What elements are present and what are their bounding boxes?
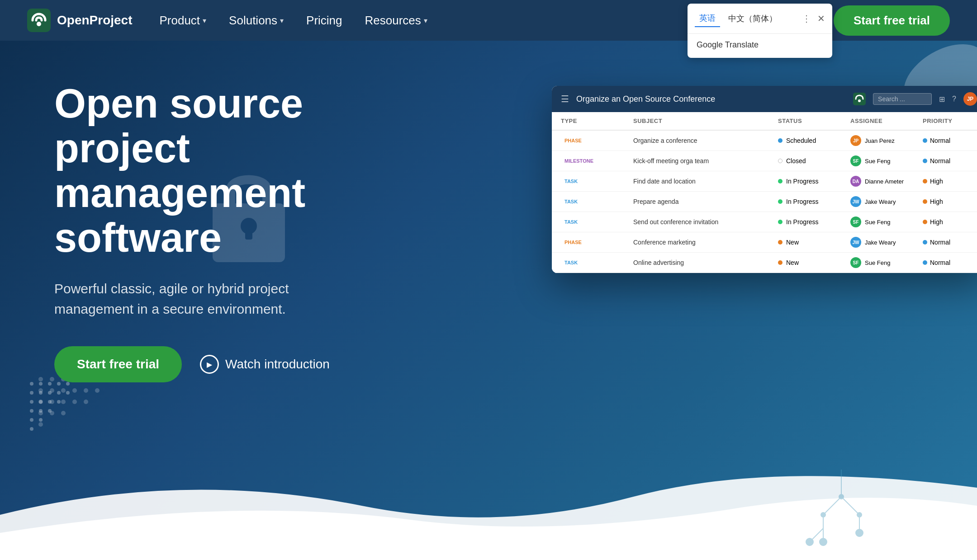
svg-point-16 [39, 400, 43, 404]
app-table: TYPE SUBJECT STATUS ASSIGNEE PRIORITY PH… [552, 112, 977, 273]
nav-resources[interactable]: Resources ▾ [365, 14, 427, 28]
subject-cell: Online advertising [633, 259, 778, 266]
status-dot-icon [778, 220, 783, 224]
user-avatar: SF [850, 155, 861, 166]
translate-tab-chinese[interactable]: 中文（简体） [724, 10, 782, 27]
priority-dot-icon [923, 220, 927, 224]
nav-product[interactable]: Product ▾ [159, 14, 206, 28]
type-badge: PHASE [561, 238, 633, 246]
user-avatar: SF [850, 257, 861, 268]
status-dot-icon [778, 199, 783, 204]
subject-cell: Conference marketing [633, 239, 778, 246]
svg-point-5 [30, 382, 33, 386]
subject-cell: Organize a conference [633, 137, 778, 144]
start-trial-button-hero[interactable]: Start free trial [54, 346, 182, 382]
more-options-icon[interactable]: ⋮ [802, 13, 811, 24]
svg-point-42 [84, 400, 88, 404]
table-row[interactable]: PHASE Organize a conference Scheduled JP… [552, 131, 977, 151]
translate-actions: ⋮ ✕ [802, 13, 825, 24]
priority-cell: Normal [923, 259, 977, 266]
svg-point-13 [57, 391, 61, 395]
svg-point-6 [39, 382, 43, 386]
start-trial-button-nav[interactable]: Start free trial [834, 5, 950, 36]
table-row[interactable]: TASK Send out conference invitation In P… [552, 212, 977, 232]
svg-point-62 [858, 99, 861, 102]
priority-dot-icon [923, 159, 927, 163]
svg-point-44 [50, 411, 54, 415]
nav-solutions[interactable]: Solutions ▾ [229, 14, 284, 28]
svg-point-43 [38, 411, 43, 415]
type-badge: MILESTONE [561, 157, 633, 165]
status-cell: In Progress [778, 218, 850, 226]
assignee-cell: DA Dianne Ameter [850, 176, 923, 187]
subject-cell: Send out conference invitation [633, 218, 778, 226]
svg-point-25 [38, 377, 43, 381]
assignee-cell: JW Jake Weary [850, 237, 923, 248]
table-row[interactable]: TASK Prepare agenda In Progress JW Jake … [552, 192, 977, 212]
svg-rect-61 [853, 93, 866, 105]
chevron-down-icon: ▾ [280, 16, 284, 25]
svg-point-23 [39, 418, 43, 422]
user-avatar: JP [850, 135, 861, 146]
svg-point-9 [66, 382, 70, 386]
svg-point-17 [48, 400, 52, 404]
nav-links: Product ▾ Solutions ▾ Pricing Resources … [159, 14, 778, 28]
priority-cell: High [923, 198, 977, 205]
hero-title: Open source project management software [54, 81, 362, 260]
assignee-cell: SF Sue Feng [850, 155, 923, 166]
priority-cell: Normal [923, 239, 977, 246]
svg-point-40 [61, 400, 66, 404]
table-row[interactable]: TASK Online advertising New SF Sue Feng … [552, 253, 977, 273]
nav-pricing[interactable]: Pricing [306, 14, 342, 28]
close-icon[interactable]: ✕ [817, 13, 825, 24]
type-badge: TASK [561, 259, 633, 267]
logo-area[interactable]: OpenProject [27, 9, 132, 32]
search-input[interactable]: Search ... [873, 93, 932, 105]
subject-cell: Prepare agenda [633, 198, 778, 205]
assignee-cell: SF Sue Feng [850, 216, 923, 227]
hero-buttons: Start free trial ▶ Watch introduction [54, 346, 362, 382]
hero-subtitle: Powerful classic, agile or hybrid projec… [54, 278, 362, 319]
grid-icon[interactable]: ⊞ [939, 95, 945, 104]
project-name: Organize an Open Source Conference [576, 94, 846, 104]
table-row[interactable]: TASK Find date and location In Progress … [552, 171, 977, 192]
circuit-decoration-icon [796, 470, 887, 560]
status-dot-icon [778, 240, 783, 245]
status-dot-icon [778, 260, 783, 265]
status-dot-icon [778, 159, 783, 163]
app-topbar: ☰ Organize an Open Source Conference Sea… [552, 86, 977, 112]
svg-point-34 [61, 388, 66, 393]
table-row[interactable]: MILESTONE Kick-off meeting orga team Clo… [552, 151, 977, 171]
svg-point-11 [39, 391, 43, 395]
status-cell: New [778, 239, 850, 246]
svg-point-15 [30, 400, 33, 404]
translate-body: Google Translate [688, 33, 832, 58]
table-row[interactable]: PHASE Conference marketing New JW Jake W… [552, 232, 977, 253]
avatar: JP [963, 92, 977, 106]
svg-point-55 [857, 513, 862, 517]
status-cell: In Progress [778, 198, 850, 205]
svg-point-19 [30, 409, 33, 413]
svg-line-48 [823, 497, 841, 515]
svg-point-60 [37, 22, 41, 26]
svg-point-39 [50, 400, 54, 404]
priority-cell: High [923, 218, 977, 226]
app-logo-icon [853, 93, 866, 105]
status-dot-icon [778, 138, 783, 143]
help-icon[interactable]: ? [952, 95, 956, 103]
svg-point-45 [61, 411, 66, 415]
svg-point-35 [72, 388, 77, 393]
svg-point-8 [57, 382, 61, 386]
hamburger-icon[interactable]: ☰ [561, 94, 569, 104]
svg-point-32 [38, 388, 43, 393]
translate-tab-english[interactable]: 英语 [695, 10, 720, 27]
translate-popup: 英语 中文（简体） ⋮ ✕ Google Translate [688, 4, 832, 58]
svg-point-26 [50, 377, 54, 381]
hero-content: Open source project management software … [54, 81, 362, 382]
svg-point-20 [39, 409, 43, 413]
chevron-down-icon: ▾ [203, 16, 206, 25]
assignee-cell: JP Juan Perez [850, 135, 923, 146]
watch-intro-button[interactable]: ▶ Watch introduction [200, 355, 330, 374]
table-body: PHASE Organize a conference Scheduled JP… [552, 131, 977, 273]
user-avatar: SF [850, 216, 861, 227]
